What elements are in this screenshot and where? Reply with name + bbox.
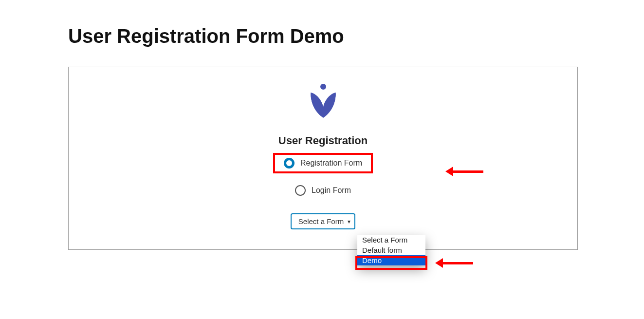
dropdown-option-select-a-form[interactable]: Select a Form — [357, 235, 425, 245]
dropdown-option-demo[interactable]: Demo — [357, 255, 425, 265]
annotation-arrow-icon — [435, 258, 473, 268]
section-title: User Registration — [69, 134, 577, 147]
radio-selected-icon — [284, 158, 294, 169]
registration-panel: User Registration Registration Form Logi… — [68, 67, 578, 250]
form-select-dropdown: Select a Form Default form Demo — [357, 235, 425, 265]
form-select-value: Select a Form — [298, 217, 344, 225]
radio-unselected-icon — [295, 185, 306, 196]
chevron-down-icon: ▾ — [348, 218, 350, 225]
svg-point-0 — [320, 84, 326, 90]
page-title: User Registration Form Demo — [68, 25, 576, 47]
dropdown-option-default-form[interactable]: Default form — [357, 245, 425, 255]
annotation-arrow-icon — [445, 167, 483, 176]
radio-login-label: Login Form — [312, 186, 351, 195]
radio-login-form[interactable]: Login Form — [286, 182, 360, 199]
form-select[interactable]: Select a Form ▾ — [291, 213, 355, 229]
brand-logo-icon — [302, 81, 344, 125]
radio-registration-label: Registration Form — [300, 159, 362, 168]
radio-registration-form[interactable]: Registration Form — [275, 155, 371, 171]
